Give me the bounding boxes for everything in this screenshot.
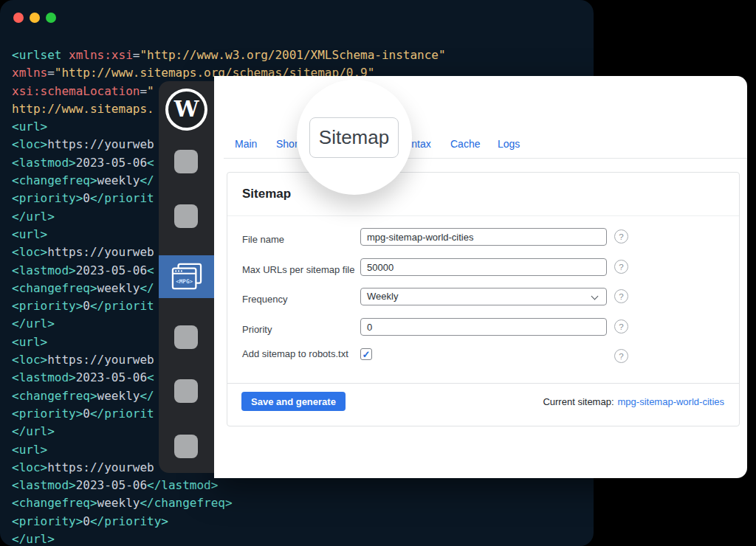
card-title: Sitemap xyxy=(242,187,291,201)
minimize-button[interactable] xyxy=(30,13,40,23)
robots-checkbox[interactable]: ✓ xyxy=(360,348,372,360)
sitemap-settings-card: Sitemap File name ? Max URLs per sitemap… xyxy=(227,172,740,426)
file-name-input[interactable] xyxy=(360,228,607,246)
sidebar-menu-item-3[interactable] xyxy=(174,325,198,349)
frequency-value: Weekly xyxy=(367,291,398,302)
close-button[interactable] xyxy=(13,13,24,23)
current-sitemap: Current sitemap: mpg-sitemap-world-citie… xyxy=(543,392,724,411)
wordpress-logo-icon[interactable]: W xyxy=(165,89,207,131)
magnified-sitemap-tab[interactable]: Sitemap xyxy=(309,117,399,158)
sidebar-item-mpg-active[interactable]: <MPG> xyxy=(159,255,214,298)
current-sitemap-label: Current sitemap: xyxy=(543,396,614,407)
priority-label: Priority xyxy=(242,321,357,339)
robots-help-icon[interactable]: ? xyxy=(614,349,628,363)
chevron-down-icon xyxy=(591,293,599,300)
frequency-help-icon[interactable]: ? xyxy=(614,289,628,303)
frequency-select[interactable]: Weekly xyxy=(360,288,607,305)
save-and-generate-button[interactable]: Save and generate xyxy=(241,392,346,411)
wp-admin-sidebar: W <MPG> xyxy=(159,81,214,473)
file-name-label: File name xyxy=(242,231,357,249)
priority-input[interactable] xyxy=(360,318,607,336)
tab-logs[interactable]: Logs xyxy=(498,138,520,150)
sidebar-menu-item-2[interactable] xyxy=(174,204,198,228)
max-urls-input[interactable] xyxy=(360,258,607,276)
sidebar-menu-item-1[interactable] xyxy=(174,150,198,173)
wordpress-logo-letter: W xyxy=(168,91,205,128)
footer-divider xyxy=(227,383,739,384)
sidebar-menu-item-4[interactable] xyxy=(174,379,198,403)
sidebar-menu-item-5[interactable] xyxy=(174,435,198,458)
frequency-label: Frequency xyxy=(242,291,357,308)
window-controls xyxy=(13,13,56,23)
robots-label: Add sitemap to robots.txt xyxy=(242,345,357,363)
svg-text:<MPG>: <MPG> xyxy=(176,278,193,285)
checkmark-icon: ✓ xyxy=(362,350,371,359)
tab-main[interactable]: Main xyxy=(235,138,257,150)
priority-help-icon[interactable]: ? xyxy=(614,319,628,334)
zoom-button[interactable] xyxy=(46,13,56,23)
max-urls-label: Max URLs per sitemap file xyxy=(242,261,357,279)
mpg-plugin-icon: <MPG> xyxy=(170,262,204,291)
max-urls-help-icon[interactable]: ? xyxy=(614,260,628,274)
magnifier-circle: Sitemap xyxy=(297,80,412,195)
current-sitemap-link[interactable]: mpg-sitemap-world-cities xyxy=(618,396,724,407)
settings-panel: Main Shortcode Sitemap Syntax Cache Logs… xyxy=(214,76,747,478)
card-header: Sitemap xyxy=(227,173,739,216)
tab-cache[interactable]: Cache xyxy=(450,138,480,150)
file-name-help-icon[interactable]: ? xyxy=(614,229,628,243)
